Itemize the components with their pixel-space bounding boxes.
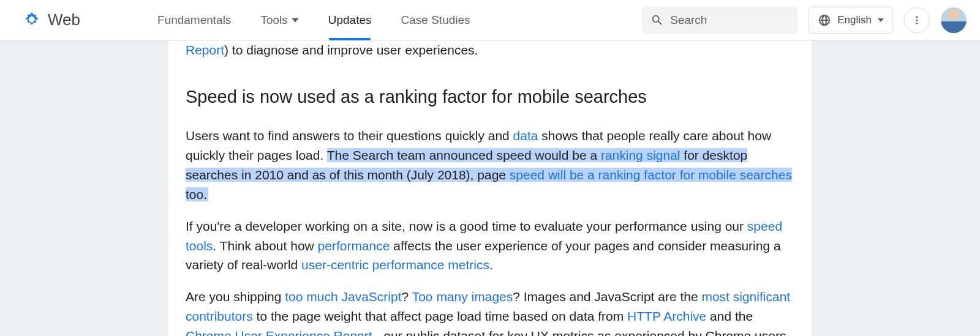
link-too-much-js[interactable]: too much JavaScript [285, 289, 401, 304]
link-report[interactable]: Report [186, 43, 224, 57]
nav-updates[interactable]: Updates [314, 0, 386, 40]
page: Report) to diagnose and improve user exp… [0, 40, 980, 336]
nav-label: Updates [328, 13, 372, 27]
article: Report) to diagnose and improve user exp… [168, 40, 812, 336]
globe-icon [818, 13, 831, 27]
link-mobile-speed[interactable]: speed will be a ranking factor for mobil… [510, 168, 792, 182]
link-user-centric-metrics[interactable]: user-centric performance metrics [301, 258, 489, 272]
section-heading: Speed is now used as a ranking factor fo… [186, 83, 794, 110]
svg-point-0 [916, 16, 918, 18]
header-right: English [642, 7, 967, 34]
nav-label: Tools [260, 13, 287, 27]
brand[interactable]: Web [22, 10, 80, 30]
text: ) to diagnose and improve user experienc… [224, 43, 478, 57]
svg-point-1 [916, 19, 918, 21]
text: too. [186, 187, 208, 201]
paragraph-3: Are you shipping too much JavaScript? To… [186, 287, 794, 336]
avatar[interactable] [941, 7, 967, 33]
text: . [489, 258, 493, 272]
top-nav: Fundamentals Tools Updates Case Studies [143, 0, 485, 40]
brand-logo-icon [22, 10, 42, 30]
text: to the page weight that affect page load… [253, 309, 627, 323]
paragraph-fragment-top: Report) to diagnose and improve user exp… [186, 40, 794, 60]
text: Are you shipping [186, 289, 285, 304]
overflow-menu-button[interactable] [904, 7, 930, 33]
chevron-down-icon [878, 17, 884, 23]
language-label: English [837, 14, 872, 26]
text: If you're a developer working on a site,… [186, 219, 747, 233]
text: The Search team announced speed would be… [327, 148, 601, 162]
search-input[interactable] [670, 13, 815, 27]
nav-label: Case Studies [401, 13, 470, 27]
chevron-down-icon [292, 17, 299, 24]
text: . Think about how [213, 239, 317, 253]
text: ? [402, 289, 412, 304]
link-performance[interactable]: performance [318, 239, 390, 253]
language-selector[interactable]: English [809, 7, 893, 34]
link-data[interactable]: data [513, 129, 538, 143]
search-box[interactable] [642, 7, 797, 34]
paragraph-1: Users want to find answers to their ques… [186, 126, 794, 204]
svg-point-2 [916, 22, 918, 24]
link-too-many-images[interactable]: Too many images [412, 289, 513, 304]
text: Users want to find answers to their ques… [186, 129, 513, 143]
text: ? Images and JavaScript are the [513, 289, 701, 304]
paragraph-2: If you're a developer working on a site,… [186, 217, 794, 275]
header: Web Fundamentals Tools Updates Case Stud… [0, 0, 980, 40]
link-crux[interactable]: Chrome User Experience Report [186, 329, 372, 336]
kebab-icon [911, 15, 922, 26]
nav-case-studies[interactable]: Case Studies [386, 0, 485, 40]
link-ranking-signal[interactable]: ranking signal [601, 148, 680, 162]
nav-label: Fundamentals [157, 13, 231, 27]
article-content: Report) to diagnose and improve user exp… [168, 40, 812, 336]
nav-fundamentals[interactable]: Fundamentals [143, 0, 246, 40]
link-http-archive[interactable]: HTTP Archive [627, 309, 706, 323]
search-icon [650, 13, 664, 27]
nav-tools[interactable]: Tools [246, 0, 313, 40]
brand-name: Web [48, 10, 80, 29]
text: and the [706, 309, 753, 323]
